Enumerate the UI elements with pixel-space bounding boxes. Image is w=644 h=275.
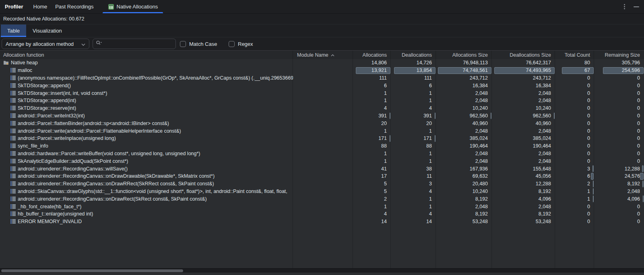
cell-value: 305,796 <box>622 60 640 66</box>
table-row[interactable]: android::SkiaCanvas::drawGlyphs(std::__1… <box>0 188 644 195</box>
horizontal-scrollbar[interactable] <box>0 268 644 273</box>
allocation-function-cell[interactable]: SkTDStorage::append(int) <box>0 97 293 105</box>
allocation-function-cell[interactable]: sync_file_info <box>0 142 293 150</box>
kebab-menu-icon[interactable] <box>623 2 626 11</box>
column-header-module-name[interactable]: Module Name <box>293 51 353 59</box>
allocation-function-cell[interactable]: android::Parcel::writeInplace(unsigned l… <box>0 135 293 142</box>
allocation-function-cell[interactable]: android::Parcel::flattenBinder(android::… <box>0 119 293 127</box>
cell-remaining-size: 0 <box>594 105 644 112</box>
table-row[interactable]: SkTDStorage::append()6616,38416,38400 <box>0 82 644 89</box>
table-row[interactable]: SkTDStorage::reserve(int)4410,24010,2400… <box>0 105 644 112</box>
table-row[interactable]: SkTDStorage::append(int)112,0482,04800 <box>0 97 644 105</box>
minimize-icon[interactable] <box>634 6 639 7</box>
table-row[interactable]: ERROR MEMORY_INVALID141453,24853,24800 <box>0 218 644 226</box>
percentage-bar <box>593 188 594 195</box>
allocation-function-cell[interactable]: ERROR MEMORY_INVALID <box>0 218 293 226</box>
allocation-function-cell[interactable]: android::hardware::Parcel::writeBuffer(v… <box>0 150 293 158</box>
allocation-method-icon <box>10 68 16 73</box>
tab-home[interactable]: Home <box>33 0 47 13</box>
column-header-deallocations-size[interactable]: Deallocations Size <box>492 51 555 59</box>
cell-value: 0 <box>637 158 640 164</box>
match-case-box[interactable] <box>180 41 186 47</box>
function-name: ERROR MEMORY_INVALID <box>18 219 82 224</box>
table-row[interactable]: android::uirenderer::RecordingCanvas::on… <box>0 180 644 188</box>
table-row[interactable]: SkAnalyticEdgeBuilder::addQuad(SkPoint c… <box>0 157 644 165</box>
cell-value: 88 <box>426 143 432 149</box>
table-row[interactable]: sync_file_info8888190,464190,46400 <box>0 142 644 150</box>
allocation-function-cell[interactable]: android::uirenderer::RecordingCanvas::on… <box>0 195 293 203</box>
tab-visualization[interactable]: Visualization <box>26 25 68 37</box>
allocation-function-cell[interactable]: _hb_font_create(hb_face_t*) <box>0 203 293 210</box>
cell-value: 67 <box>584 68 590 73</box>
allocation-function-cell[interactable]: SkAnalyticEdgeBuilder::addQuad(SkPoint c… <box>0 157 293 165</box>
cell-value: 171 <box>423 135 432 141</box>
horizontal-scrollbar-thumb[interactable] <box>1 269 183 272</box>
allocation-function-cell[interactable]: hb_buffer_t::enlarge(unsigned int) <box>0 210 293 218</box>
table-row[interactable]: android::uirenderer::RecordingCanvas::wi… <box>0 165 644 172</box>
regex-checkbox[interactable]: Regex <box>229 37 253 50</box>
table-row[interactable]: SkTDStorage::insert(int, int, void const… <box>0 89 644 97</box>
tab-table-label: Table <box>7 28 20 34</box>
table-row[interactable]: android::uirenderer::RecordingCanvas::on… <box>0 195 644 203</box>
allocation-function-cell[interactable]: android::Parcel::writeInt32(int) <box>0 112 293 120</box>
allocation-function-cell[interactable]: SkTDStorage::insert(int, int, void const… <box>0 89 293 97</box>
cell-value: 1 <box>587 189 590 194</box>
match-case-checkbox[interactable]: Match Case <box>180 37 217 50</box>
function-name: (anonymous namespace)::FillRectOpImpl::o… <box>18 75 293 81</box>
tab-past-recordings[interactable]: Past Recordings <box>55 0 93 13</box>
cell-remaining-size: 0 <box>594 135 644 142</box>
allocation-function-cell[interactable]: malloc <box>0 67 293 74</box>
cell-value: 2,048 <box>475 128 488 134</box>
allocation-function-cell[interactable]: SkTDStorage::reserve(int) <box>0 105 293 112</box>
table-row[interactable]: android::Parcel::writeInplace(unsigned l… <box>0 135 644 142</box>
table-row[interactable]: hb_buffer_t::enlarge(unsigned int)448,19… <box>0 210 644 218</box>
cell-value: 2,048 <box>475 204 488 209</box>
table-row[interactable]: _hb_font_create(hb_face_t*)112,0482,0480… <box>0 203 644 210</box>
table-row[interactable]: (anonymous namespace)::FillRectOpImpl::o… <box>0 74 644 82</box>
column-header-allocations[interactable]: Allocations <box>353 51 391 59</box>
allocation-function-cell[interactable]: (anonymous namespace)::FillRectOpImpl::o… <box>0 74 293 82</box>
allocation-function-cell[interactable]: SkTDStorage::append() <box>0 82 293 89</box>
cell-total-count: 6 <box>555 172 594 180</box>
column-header-remaining-size[interactable]: Remaining Size <box>594 51 644 59</box>
cell-value: 0 <box>587 211 590 217</box>
cell-value: 0 <box>637 113 640 119</box>
search-field[interactable] <box>93 39 176 49</box>
cell-deallocations: 391 <box>391 112 436 120</box>
function-name: android::uirenderer::RecordingCanvas::on… <box>18 181 214 187</box>
bottom-strip <box>0 273 644 275</box>
regex-box[interactable] <box>229 41 235 47</box>
function-name: SkTDStorage::insert(int, int, void const… <box>18 90 107 96</box>
cell-deallocations-size: 40,960 <box>492 119 555 127</box>
tab-table[interactable]: Table <box>1 25 26 37</box>
table-row[interactable]: android::Parcel::write(android::Parcel::… <box>0 127 644 135</box>
allocation-function-cell[interactable]: android::uirenderer::RecordingCanvas::on… <box>0 172 293 180</box>
cell-deallocations: 14,726 <box>391 59 436 67</box>
column-header-allocation-function[interactable]: Allocation function <box>0 51 293 59</box>
allocation-function-cell[interactable]: android::Parcel::write(android::Parcel::… <box>0 127 293 135</box>
search-icon[interactable] <box>96 40 102 47</box>
table-row[interactable]: android::uirenderer::RecordingCanvas::on… <box>0 172 644 180</box>
cell-deallocations: 1 <box>391 127 436 135</box>
tab-native-allocations[interactable]: Native Allocations <box>103 0 163 13</box>
cell-allocations-size: 69,632 <box>436 172 492 180</box>
column-header-total-count[interactable]: Total Count <box>555 51 594 59</box>
table-row[interactable]: Native heap14,80614,72676,948,11376,642,… <box>0 59 644 67</box>
search-input[interactable] <box>103 41 168 47</box>
table-row[interactable]: malloc13,92113,85474,748,56174,493,96567… <box>0 67 644 74</box>
cell-total-count: 0 <box>555 74 594 82</box>
cell-remaining-size: 8,192 <box>594 180 644 188</box>
column-header-allocations-size[interactable]: Allocations Size <box>436 51 492 59</box>
table-row[interactable]: android::hardware::Parcel::writeBuffer(v… <box>0 150 644 158</box>
cell-allocations: 4 <box>353 105 391 112</box>
allocation-method-icon <box>10 136 16 141</box>
column-header-deallocations[interactable]: Deallocations <box>391 51 436 59</box>
allocation-function-cell[interactable]: android::SkiaCanvas::drawGlyphs(std::__1… <box>0 188 293 195</box>
allocation-function-cell[interactable]: android::uirenderer::RecordingCanvas::on… <box>0 180 293 188</box>
table-row[interactable]: android::Parcel::flattenBinder(android::… <box>0 119 644 127</box>
allocation-function-cell[interactable]: android::uirenderer::RecordingCanvas::wi… <box>0 165 293 172</box>
cell-deallocations: 6 <box>391 82 436 89</box>
allocation-function-cell[interactable]: Native heap <box>0 59 293 67</box>
table-row[interactable]: android::Parcel::writeInt32(int)39139196… <box>0 112 644 120</box>
arrange-by-dropdown[interactable]: Arrange by allocation method <box>2 39 89 49</box>
